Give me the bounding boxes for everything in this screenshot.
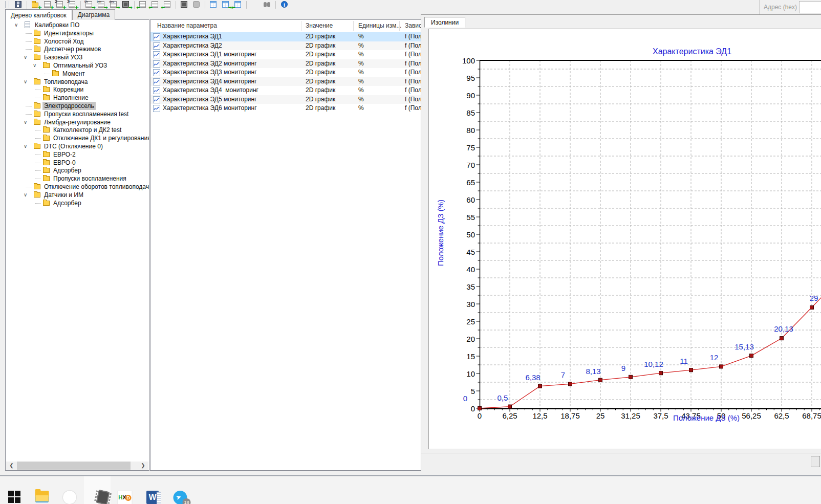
tree-item-label[interactable]: Холостой Ход	[42, 37, 85, 46]
chart-point-marker[interactable]	[689, 368, 693, 372]
chevron-down-icon[interactable]: ∨	[14, 21, 18, 29]
tree-item[interactable]: ∨Лямбда-регулирование	[6, 118, 149, 126]
scroll-right-arrow[interactable]: ❯	[139, 462, 147, 470]
tree-item[interactable]: Электродроссель	[6, 102, 149, 110]
chevron-down-icon[interactable]: ∨	[24, 191, 27, 199]
chart-point-marker[interactable]	[720, 365, 723, 368]
export-hex-icon[interactable]: 0h	[84, 1, 94, 9]
tab-isolines[interactable]: Изолинии	[424, 17, 465, 28]
table-row[interactable]: Характеристика ЭД1 мониторинг2D график%f…	[150, 50, 421, 59]
tree-item[interactable]: Коррекции	[6, 85, 149, 94]
tree-item-label[interactable]: Калибровки ПО	[33, 21, 81, 29]
import-dec-icon[interactable]	[163, 1, 172, 9]
toolbar-grip[interactable]	[5, 1, 9, 8]
chevron-down-icon[interactable]: ∨	[24, 118, 27, 126]
info-icon[interactable]	[279, 1, 289, 9]
scrollbar-thumb[interactable]	[17, 462, 131, 470]
tree-item[interactable]: Холостой Ход	[6, 37, 149, 46]
chart-point-marker[interactable]	[569, 382, 572, 386]
chevron-down-icon[interactable]: ∨	[24, 142, 27, 150]
import-hex-icon[interactable]	[138, 1, 147, 9]
tab-calibration-tree[interactable]: Дерево калибровок	[5, 9, 72, 20]
tree-item-label[interactable]: Коррекции	[52, 85, 85, 94]
column-header[interactable]: Значение	[306, 22, 333, 29]
tree-item[interactable]: ∨Калибровки ПО	[6, 21, 149, 29]
chart-point-marker[interactable]	[780, 337, 784, 340]
tree-item[interactable]: ∨Оптимальный УОЗ	[6, 61, 149, 70]
tree-item-label[interactable]: Оптимальный УОЗ	[52, 61, 109, 70]
taskbar-button-yandex-browser[interactable]	[56, 476, 83, 504]
tab-diagram[interactable]: Диаграмма	[72, 9, 115, 20]
folder-add-icon[interactable]	[31, 1, 40, 9]
table-row[interactable]: Характеристика ЭД12D график%f (Пол	[150, 32, 421, 41]
tree-item[interactable]: Пропуски воспламенения test	[6, 110, 149, 118]
tree-item[interactable]: Катколлектор и ДК2 test	[6, 126, 149, 134]
tree-item[interactable]: Отключение оборотов топливоподачи	[6, 183, 149, 191]
tree-item-label[interactable]: DTC (Отключение 0)	[42, 142, 104, 150]
tree-item[interactable]: ∨Базовый УОЗ	[6, 53, 149, 61]
tree-item-label[interactable]: Отключение ДК1 и регулирования	[52, 134, 149, 142]
chevron-down-icon[interactable]: ∨	[24, 53, 27, 61]
tree-item[interactable]: Диспетчер режимов	[6, 45, 149, 53]
taskbar-button-explorer[interactable]	[29, 476, 55, 504]
item-add-icon[interactable]	[43, 1, 52, 9]
import-bin-icon[interactable]	[150, 1, 160, 9]
chart-point-marker[interactable]	[810, 305, 814, 309]
tree-horizontal-scrollbar[interactable]: ❮ ❯	[6, 462, 148, 470]
tree-item-label[interactable]: Наполнение	[52, 94, 90, 102]
table-row[interactable]: Характеристика ЭД6 мониторинг2D график%f…	[150, 104, 421, 113]
ruler-icon[interactable]	[250, 1, 260, 9]
address-hex-input[interactable]	[799, 1, 821, 13]
export-bin-icon[interactable]: bin	[97, 1, 106, 9]
table-row[interactable]: Характеристика ЭД3 мониторинг2D график%f…	[150, 68, 421, 77]
save-icon[interactable]	[14, 1, 23, 9]
chart-point-marker[interactable]	[750, 354, 753, 358]
chevron-down-icon[interactable]: ∨	[24, 78, 27, 85]
column-separator[interactable]	[399, 21, 400, 31]
chevron-down-icon[interactable]: ∨	[33, 61, 36, 69]
tree-item[interactable]: ∨DTC (Отключение 0)	[6, 142, 149, 150]
chart-point-marker[interactable]	[538, 384, 542, 388]
tree-item-label[interactable]: Адсорбер	[52, 166, 83, 174]
item-add-2-icon[interactable]: 2	[55, 1, 64, 9]
tree-item[interactable]: ∨Датчики и ИМ	[6, 191, 149, 199]
tree-item-label-selected[interactable]: Электродроссель	[42, 102, 96, 110]
tree-item[interactable]: Адсорбер	[6, 166, 149, 174]
tree-item-label[interactable]: ЕВРО-2	[52, 150, 77, 159]
item-add-3-icon[interactable]: 3	[68, 1, 77, 9]
table-row[interactable]: Характеристика ЭД4 мониторинг2D график%f…	[150, 77, 421, 86]
column-separator[interactable]	[301, 21, 301, 31]
tree-item-label[interactable]: Идентификаторы	[42, 29, 95, 37]
tree-item[interactable]: Пропуски воспламенения	[6, 174, 149, 183]
tree-item[interactable]: ЕВРО-0	[6, 159, 149, 167]
table-row[interactable]: Характеристика ЭД22D график%f (Пол	[150, 41, 421, 51]
puzzle-icon[interactable]	[192, 1, 201, 9]
export-dec-icon[interactable]: dec	[109, 1, 118, 9]
chip-icon[interactable]	[180, 1, 189, 9]
tree-item[interactable]: Отключение ДК1 и регулирования	[6, 134, 149, 142]
column-header[interactable]: Название параметра	[157, 22, 217, 29]
tree-item-label[interactable]: Диспетчер режимов	[42, 45, 102, 53]
tree-item-label[interactable]: Момент	[61, 70, 87, 78]
tree-item[interactable]: Момент	[6, 70, 149, 78]
export-chip-icon[interactable]	[121, 1, 131, 9]
taskbar-button-hxd-editor[interactable]: HXD	[112, 476, 138, 504]
tree-item[interactable]: Адсорбер	[6, 199, 149, 207]
tree-item-label[interactable]: Топливоподача	[42, 78, 89, 86]
taskbar-button-telegram[interactable]: 18	[167, 476, 193, 504]
table-export-icon[interactable]	[221, 1, 230, 9]
chart-point-marker[interactable]	[508, 405, 512, 408]
table-row[interactable]: Характеристика ЭД4 мониторинг2D график%f…	[150, 86, 421, 95]
tree-item-label[interactable]: Пропуски воспламенения	[52, 174, 128, 183]
scroll-left-arrow[interactable]: ❮	[7, 462, 16, 470]
tree-item-label[interactable]: ЕВРО-0	[52, 159, 77, 167]
tree-item-label[interactable]: Отключение оборотов топливоподачи	[42, 183, 149, 191]
column-header[interactable]: Единицы изм...	[358, 22, 401, 29]
chart-point-marker[interactable]	[629, 375, 633, 379]
taskbar-button-chip-app[interactable]	[84, 476, 111, 504]
tree-item[interactable]: ЕВРО-2	[6, 150, 149, 159]
chart-status-button[interactable]	[811, 456, 820, 467]
taskbar-button-word[interactable]: W	[139, 476, 166, 504]
tree-item-label[interactable]: Адсорбер	[52, 199, 83, 207]
column-separator[interactable]	[353, 21, 354, 31]
